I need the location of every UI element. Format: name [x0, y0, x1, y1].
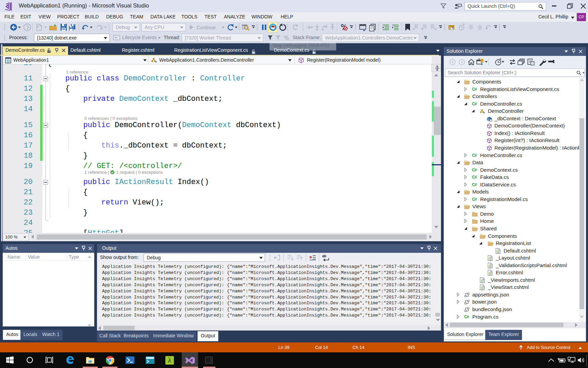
- svg-text:@: @: [481, 279, 484, 282]
- svg-text:@: @: [489, 257, 492, 260]
- svg-text:@: @: [489, 271, 492, 275]
- svg-text:@: @: [496, 249, 500, 253]
- svg-text:ab: ab: [322, 254, 326, 258]
- svg-text:@: @: [481, 286, 484, 290]
- svg-text:@: @: [489, 264, 492, 268]
